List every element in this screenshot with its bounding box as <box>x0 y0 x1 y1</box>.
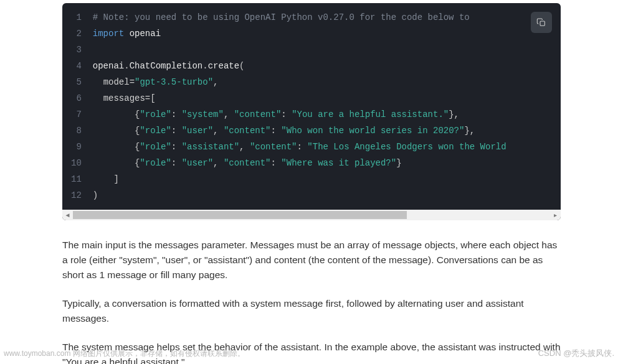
watermark-right: CSDN @秃头披风侠. <box>538 348 614 359</box>
code-content: 123456789101112 # Note: you need to be u… <box>62 3 561 210</box>
scroll-right-arrow[interactable]: ▸ <box>550 210 561 220</box>
watermark-left: www.toymoban.com 网络图片仅供展示，非存储，如有侵权请联系删除。 <box>4 348 245 359</box>
paragraph-1: The main input is the messages parameter… <box>62 238 561 282</box>
line-numbers: 123456789101112 <box>62 9 93 203</box>
copy-button[interactable] <box>531 12 552 33</box>
code-lines: # Note: you need to be using OpenAI Pyth… <box>93 9 561 203</box>
page-container: 123456789101112 # Note: you need to be u… <box>0 3 623 364</box>
svg-rect-0 <box>540 21 545 26</box>
copy-icon <box>536 17 546 27</box>
paragraph-2: Typically, a conversation is formatted w… <box>62 296 561 326</box>
scrollbar-thumb[interactable] <box>73 211 407 219</box>
horizontal-scrollbar[interactable]: ◄ ▸ <box>62 210 561 220</box>
code-block: 123456789101112 # Note: you need to be u… <box>62 3 561 220</box>
scroll-left-arrow[interactable]: ◄ <box>62 210 73 220</box>
scrollbar-track[interactable] <box>73 210 550 220</box>
body-text: The main input is the messages parameter… <box>62 238 561 364</box>
